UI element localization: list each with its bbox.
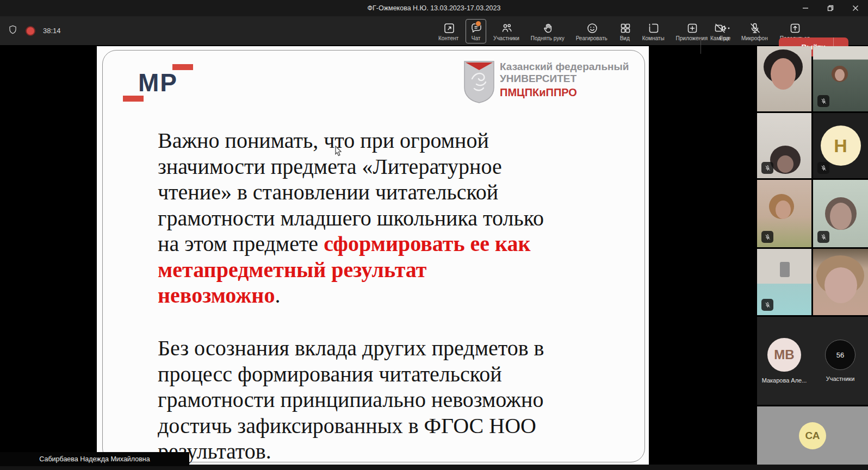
kfu-line2: УНИВЕРСИТЕТ (500, 73, 629, 85)
content-button[interactable]: Контент (434, 19, 463, 43)
mic-muted-icon (761, 162, 773, 174)
video-feed-abstract (771, 58, 796, 90)
participants-button[interactable]: Участники (489, 19, 524, 43)
participant-avatar-mv: МВ (767, 338, 801, 372)
apps-plus-icon (686, 22, 698, 34)
toolbar-center-group: Контент Чат Участники Поднять руку Реаги… (434, 19, 735, 43)
camera-button[interactable]: Камера (706, 19, 734, 43)
toolbar-left-group: 38:14 (8, 16, 61, 45)
minimize-button[interactable] (793, 0, 818, 16)
participants-icon (500, 22, 512, 34)
kfu-shield-logo (463, 60, 495, 104)
camera-off-icon (714, 22, 726, 34)
raise-hand-button[interactable]: Поднять руку (526, 19, 569, 43)
video-tile-3[interactable] (757, 113, 811, 178)
chat-button[interactable]: Чат (466, 19, 486, 43)
mic-muted-icon (761, 231, 773, 243)
meeting-timer: 38:14 (43, 27, 61, 35)
slide-paragraph-1: Важно понимать, что при огромной значимо… (158, 128, 598, 309)
participant-avatar-ca: СА (799, 422, 826, 449)
recording-indicator-icon[interactable] (26, 26, 35, 36)
view-button[interactable]: Вид (615, 19, 635, 43)
video-tile-7[interactable] (757, 249, 811, 315)
microphone-button[interactable]: Микрофон (737, 19, 772, 43)
video-feed-abstract (830, 203, 852, 230)
video-tile-8[interactable] (813, 249, 868, 315)
video-tile-2[interactable] (813, 46, 868, 111)
meeting-toolbar: 38:14 Контент Чат Участники Поднять руку… (0, 16, 868, 45)
participant-makarova[interactable]: МВ Макарова Але... (757, 317, 811, 405)
participants-count-label: Участники (826, 375, 855, 382)
mic-muted-icon (761, 299, 773, 311)
security-shield-icon[interactable] (8, 24, 18, 37)
kfu-line1: Казанский федеральный (500, 61, 629, 73)
mic-muted-icon (817, 231, 829, 243)
kfu-line3: ПМЦПКиППРО (500, 86, 629, 98)
mp-logo-red-bar-top (172, 64, 193, 70)
close-icon (852, 5, 859, 11)
mp-logo-red-bar-bottom (123, 96, 144, 102)
react-smiley-icon (586, 22, 598, 34)
video-feed-abstract (780, 262, 790, 277)
share-screen-icon (789, 22, 801, 34)
restore-button[interactable] (818, 0, 843, 16)
view-grid-icon (619, 22, 631, 34)
video-tile-6[interactable] (813, 180, 868, 247)
video-tile-ca[interactable]: СА (757, 406, 868, 465)
window-title: ФГ-Ожмекова Н.Ю. 13.03.2023-17.03.2023 (0, 0, 868, 16)
minimize-icon (802, 5, 809, 11)
mic-off-icon (748, 22, 760, 34)
video-feed-abstract (776, 200, 791, 219)
participants-count-group[interactable]: 56 Участники (813, 317, 867, 405)
video-tile-4[interactable]: Н (813, 113, 868, 178)
title-bar: ФГ-Ожмекова Н.Ю. 13.03.2023-17.03.2023 (0, 0, 868, 16)
chat-notification-dot (475, 21, 481, 27)
window-controls (793, 0, 868, 16)
react-button[interactable]: Реагировать (572, 19, 612, 43)
presenter-name-label: Сабирбаева Надежда Михайловна (0, 452, 189, 466)
slide-paragraph-2: Без осознания вклада других предметов в … (158, 335, 598, 465)
participants-avatar-row: МВ Макарова Але... 56 Участники (757, 317, 868, 405)
shared-screen-view[interactable]: МР Казанский федеральный УНИВЕРСИТЕТ ПМЦ… (97, 46, 649, 465)
restore-icon (827, 5, 834, 11)
video-tile-1[interactable] (757, 46, 811, 111)
kfu-logo-text: Казанский федеральный УНИВЕРСИТЕТ ПМЦПКи… (500, 61, 629, 98)
breakout-rooms-icon (647, 22, 659, 34)
mic-muted-icon (817, 162, 829, 174)
share-content-icon (443, 22, 455, 34)
close-button[interactable] (843, 0, 868, 16)
video-feed-abstract (835, 69, 845, 81)
video-tile-5[interactable] (757, 180, 811, 247)
toolbar-separator (700, 39, 701, 54)
video-feed-abstract (824, 267, 857, 303)
rooms-button[interactable]: Комнаты (638, 19, 669, 43)
participant-avatar-n: Н (821, 126, 861, 166)
video-feed-abstract (777, 155, 793, 173)
mp-logo: МР (138, 68, 178, 97)
raise-hand-icon (542, 22, 554, 34)
participants-count-badge: 56 (825, 340, 855, 370)
mouse-cursor (334, 146, 343, 157)
paragraph1-period: . (275, 283, 280, 308)
mic-muted-icon (817, 95, 829, 107)
participant-name: Макарова Але... (762, 377, 807, 384)
